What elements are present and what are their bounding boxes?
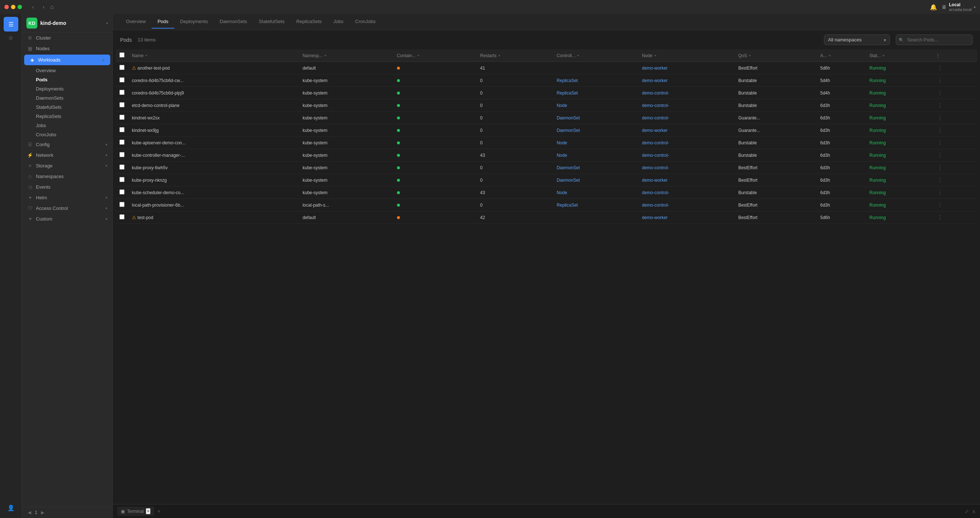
row-checkbox-1[interactable]: [119, 77, 124, 83]
controller-link[interactable]: DaemonSet: [557, 165, 580, 171]
settings-icon[interactable]: ⚙: [8, 35, 13, 41]
pod-name[interactable]: kindnet-wx9jg: [128, 124, 299, 137]
sidebar-subitem-statefulsets[interactable]: StatefulSets: [22, 103, 113, 112]
pod-name[interactable]: etcd-demo-control-plane: [128, 99, 299, 112]
sidebar-item-helm[interactable]: ✦ Helm ▾: [22, 192, 113, 203]
sidebar-subitem-overview[interactable]: Overview: [22, 66, 113, 75]
pod-name[interactable]: kube-controller-manager-...: [128, 149, 299, 161]
controller-link[interactable]: Node: [557, 103, 567, 108]
tab-overview[interactable]: Overview: [120, 15, 152, 29]
row-checkbox-2[interactable]: [119, 90, 124, 95]
pod-name[interactable]: ⚠ test-pod: [128, 211, 299, 224]
controller-link[interactable]: Node: [557, 190, 567, 195]
row-checkbox-7[interactable]: [119, 152, 124, 157]
select-all-checkbox[interactable]: [119, 53, 124, 57]
row-checkbox-10[interactable]: [119, 190, 124, 194]
sidebar-subitem-cronjobs[interactable]: CronJobs: [22, 130, 113, 139]
node-link[interactable]: demo-control-: [642, 202, 669, 208]
tab-pods[interactable]: Pods: [152, 15, 174, 29]
pod-row-menu[interactable]: ⋮: [932, 99, 977, 112]
terminal-collapse-button[interactable]: ∧: [972, 508, 975, 514]
node-link[interactable]: demo-worker: [642, 178, 668, 183]
row-checkbox-6[interactable]: [119, 140, 124, 145]
node-link[interactable]: demo-control-: [642, 190, 669, 195]
pod-row-menu[interactable]: ⋮: [932, 87, 977, 99]
sidebar-toggle-button[interactable]: ☰: [4, 17, 18, 32]
pod-name[interactable]: ⚠ another-test-pod: [128, 62, 299, 74]
user-icon[interactable]: 👤: [4, 500, 18, 515]
node-link[interactable]: demo-worker: [642, 128, 668, 133]
controller-link[interactable]: Node: [557, 140, 567, 145]
col-header-node[interactable]: Node ▾: [638, 49, 735, 62]
next-page-button[interactable]: ▶: [40, 509, 46, 516]
row-menu-icon[interactable]: ⋮: [936, 115, 945, 121]
sidebar-subitem-replicasets[interactable]: ReplicaSets: [22, 112, 113, 121]
tab-statefulsets[interactable]: StatefulSets: [253, 15, 290, 29]
terminal-tab[interactable]: ▣ Terminal ✕: [117, 507, 154, 516]
tab-cronjobs[interactable]: CronJobs: [349, 15, 382, 29]
tab-deployments[interactable]: Deployments: [174, 15, 214, 29]
row-menu-icon[interactable]: ⋮: [936, 202, 945, 208]
sidebar-item-cluster[interactable]: ⚙ Cluster: [22, 33, 113, 43]
row-checkbox-8[interactable]: [119, 164, 124, 170]
pod-name[interactable]: kube-proxy-6wh5v: [128, 161, 299, 174]
terminal-close-button[interactable]: ✕: [146, 508, 151, 514]
controller-link[interactable]: DaemonSet: [557, 115, 580, 121]
controller-link[interactable]: ReplicaSet: [557, 78, 578, 83]
pod-row-menu[interactable]: ⋮: [932, 137, 977, 149]
sidebar-item-network[interactable]: ⚡ Network ▾: [22, 150, 113, 161]
sidebar-subitem-jobs[interactable]: Jobs: [22, 121, 113, 130]
sidebar-item-config[interactable]: ☰ Config ▾: [22, 139, 113, 150]
tab-daemonsets[interactable]: DaemonSets: [214, 15, 253, 29]
col-header-namespace[interactable]: Namesp... ▾: [299, 49, 393, 62]
row-menu-icon[interactable]: ⋮: [936, 65, 945, 71]
prev-page-button[interactable]: ◀: [26, 509, 33, 516]
controller-link[interactable]: DaemonSet: [557, 178, 580, 183]
terminal-expand-button[interactable]: ⤢: [965, 508, 969, 514]
close-window-button[interactable]: [5, 5, 9, 9]
sidebar-item-storage[interactable]: ≡ Storage ▾: [22, 161, 113, 171]
node-link[interactable]: demo-control-: [642, 115, 669, 121]
sidebar-item-workloads[interactable]: ◈ Workloads ▲: [24, 54, 110, 65]
sidebar-subitem-pods[interactable]: Pods: [22, 75, 113, 84]
sidebar-item-events[interactable]: ◷ Events: [22, 182, 113, 192]
node-link[interactable]: demo-control-: [642, 153, 669, 158]
cluster-header[interactable]: KD kind-demo ▾: [22, 14, 113, 33]
sidebar-item-namespaces[interactable]: ◇ Namespaces: [22, 171, 113, 182]
pod-row-menu[interactable]: ⋮: [932, 124, 977, 137]
pod-name[interactable]: kindnet-wx2sx: [128, 112, 299, 124]
row-checkbox-0[interactable]: [119, 65, 124, 70]
row-menu-icon[interactable]: ⋮: [936, 214, 945, 220]
row-checkbox-11[interactable]: [119, 202, 124, 207]
pod-name[interactable]: coredns-6d4b75cb6d-cw...: [128, 74, 299, 87]
col-header-controller[interactable]: Controll... ▾: [553, 49, 638, 62]
pod-row-menu[interactable]: ⋮: [932, 211, 977, 224]
node-link[interactable]: demo-control-: [642, 103, 669, 108]
pod-row-menu[interactable]: ⋮: [932, 161, 977, 174]
row-checkbox-12[interactable]: [119, 214, 124, 220]
notification-icon[interactable]: 🔔: [930, 4, 937, 11]
col-header-restarts[interactable]: Restarts ▾: [476, 49, 553, 62]
tab-replicasets[interactable]: ReplicaSets: [290, 15, 328, 29]
col-header-name[interactable]: Name ▾: [128, 49, 299, 62]
row-menu-icon[interactable]: ⋮: [936, 77, 945, 83]
node-link[interactable]: demo-worker: [642, 65, 668, 71]
pod-row-menu[interactable]: ⋮: [932, 62, 977, 74]
pod-name[interactable]: local-path-provisioner-6b...: [128, 199, 299, 211]
pod-name[interactable]: kube-proxy-nknzg: [128, 174, 299, 186]
row-menu-icon[interactable]: ⋮: [936, 152, 945, 158]
row-menu-icon[interactable]: ⋮: [936, 164, 945, 171]
col-header-containers[interactable]: Contain... ▾: [393, 49, 477, 62]
row-menu-icon[interactable]: ⋮: [936, 190, 945, 196]
sidebar-subitem-deployments[interactable]: Deployments: [22, 84, 113, 93]
pod-row-menu[interactable]: ⋮: [932, 74, 977, 87]
home-button[interactable]: ⌂: [50, 4, 54, 10]
row-checkbox-4[interactable]: [119, 115, 124, 120]
row-menu-icon[interactable]: ⋮: [936, 127, 945, 133]
controller-link[interactable]: Node: [557, 153, 567, 158]
row-menu-icon[interactable]: ⋮: [936, 102, 945, 108]
namespace-select[interactable]: All namespaces default kube-system local…: [824, 34, 890, 45]
sidebar-item-access-control[interactable]: 🛡 Access Control ▾: [22, 203, 113, 214]
pod-row-menu[interactable]: ⋮: [932, 199, 977, 211]
node-link[interactable]: demo-worker: [642, 78, 668, 83]
